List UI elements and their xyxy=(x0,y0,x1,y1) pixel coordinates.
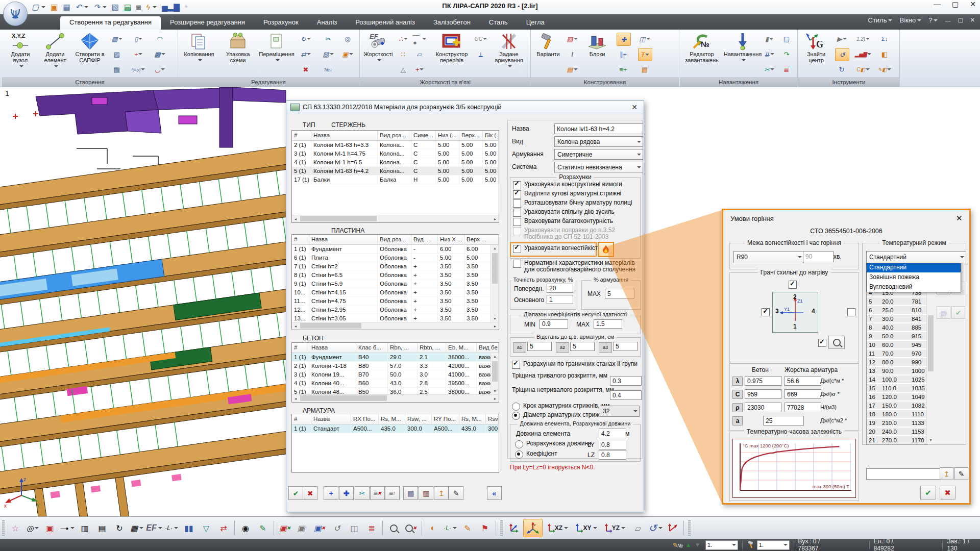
table-row[interactable]: 5 (1)Колони 48...B5036.02.538000...важки… xyxy=(292,388,499,395)
faces-zoom-button[interactable] xyxy=(828,336,845,349)
rebar-add-icon[interactable]: ≡+ xyxy=(617,63,630,76)
table-row[interactable]: 1 (1)СтандартA500...435.0300.0A500...435… xyxy=(292,424,499,433)
doc-restore-button[interactable]: ▢ xyxy=(958,17,963,23)
table-row[interactable]: 17 (1)БалкиБалкаН5.005.005.00 xyxy=(292,176,499,184)
checkbox-corner-bars[interactable]: Виділяти кутові арматурні стрижні xyxy=(513,190,621,198)
checkbox-limit-states[interactable]: Розрахунки по граничних станах II групи xyxy=(512,361,638,369)
plane-view-icon[interactable]: ▱ xyxy=(630,520,646,536)
radio-coefficient[interactable]: Коефіцієнт xyxy=(515,450,557,459)
horizontal-panels-icon[interactable]: ▤ xyxy=(94,520,110,536)
cursor-colorbar-icon[interactable]: ▶ xyxy=(835,33,848,45)
given-reinforcement-button[interactable]: Задане армування xyxy=(489,32,528,77)
checkbox-normative[interactable]: Нормативні характеристики матеріалів для… xyxy=(513,260,638,273)
max-percent-input[interactable]: 5 xyxy=(605,289,634,298)
window-menu-item[interactable]: Вікно xyxy=(899,16,921,24)
checkbox-side-reinforcement[interactable]: Розташовувати бічну арматуру полиці xyxy=(513,199,632,208)
plate-icon[interactable]: ▱ xyxy=(413,48,426,60)
checkbox-constructive[interactable]: Ураховувати конструктивні вимоги xyxy=(513,181,622,189)
table-row[interactable]: 15110.01035 xyxy=(867,384,927,393)
stiffness-filter-icon[interactable]: EF xyxy=(146,520,162,536)
truss-template-icon[interactable]: ▨ xyxy=(110,48,124,60)
rebar-rods-icon[interactable]: ∴ xyxy=(397,33,410,45)
vertical-panels-icon[interactable]: ▥ xyxy=(77,520,92,536)
help-menu[interactable]: ? xyxy=(928,16,938,24)
sum-loads-icon[interactable]: Σ↓ xyxy=(878,33,891,45)
ladder-loads-icon[interactable]: ≣ xyxy=(780,63,793,76)
table-row[interactable]: 8 (1)Стіни h=6.5Оболонка+3.503.50 xyxy=(292,271,499,280)
frame-3d-icon[interactable]: ◫ xyxy=(347,520,362,536)
table-row[interactable]: 18180.01110 xyxy=(867,410,927,419)
loads-copy-icon[interactable]: ▤ xyxy=(780,33,793,45)
temp-clear-button[interactable]: ▥ xyxy=(937,306,950,319)
rho-steel-input[interactable]: 77028 xyxy=(785,403,821,412)
close-button[interactable]: ✕ xyxy=(970,0,976,8)
stiffness-button[interactable]: EF Жорсткості xyxy=(362,32,395,77)
rotate-view-icon[interactable]: ↺ xyxy=(648,520,663,536)
add-element-button[interactable]: Додати елемент xyxy=(39,32,71,77)
tower-template-icon[interactable]: ▤ xyxy=(110,63,124,76)
cc-section-icon[interactable]: CC xyxy=(474,33,487,45)
table-row[interactable]: 20240.01153 xyxy=(867,428,927,436)
view-xyz-button[interactable]: z xyxy=(523,519,543,537)
tee-mark-icon[interactable]: Ŧ xyxy=(638,48,652,61)
isometric-view-button[interactable] xyxy=(506,520,521,536)
table-row[interactable]: #НазваВид роз...Вуд. ...Низ X ...Верх ..… xyxy=(292,235,499,245)
table-row[interactable]: 21270.01170 xyxy=(867,436,927,445)
extra-section-grip[interactable] xyxy=(688,520,691,536)
table-row[interactable]: 1390.01000 xyxy=(867,367,927,375)
stamp-icon[interactable]: ▣ xyxy=(341,48,354,60)
frame-template-icon[interactable]: ▦ xyxy=(110,33,124,45)
flashlight-icon[interactable]: ◐ xyxy=(425,520,440,536)
concrete-vscrollbar[interactable]: ▴▾ xyxy=(491,353,499,395)
move-load-icon[interactable]: ↷ xyxy=(780,48,793,60)
move-button[interactable]: Переміщення xyxy=(260,32,293,77)
spectrum-icon[interactable]: ▂▅▇ xyxy=(856,48,870,60)
crack-long-input[interactable]: 0.3 xyxy=(610,376,642,386)
bars-add-icon[interactable]: ∥+ xyxy=(617,48,630,60)
surface-fxy-icon[interactable]: f(x,y) xyxy=(132,63,145,76)
a2-input[interactable]: 5 xyxy=(570,342,595,351)
wall-add-icon[interactable]: ▤ xyxy=(638,63,651,76)
table-row[interactable]: 625.0810 xyxy=(867,306,927,315)
concrete-hscrollbar[interactable]: ◂▸ xyxy=(292,394,499,402)
mesh-icon[interactable]: ▩ xyxy=(153,48,166,60)
table-row[interactable]: 6 (1)ПлитаОболонка-5.005.00 xyxy=(292,254,499,262)
local-axes-icon[interactable] xyxy=(665,520,680,536)
apply-button[interactable]: ✔ xyxy=(288,486,303,500)
load-up-icon[interactable]: ▲ xyxy=(685,541,692,548)
rod-hscrollbar[interactable]: ◂▸ xyxy=(292,215,499,222)
view-yz-button[interactable]: YZ xyxy=(602,520,628,536)
materials-close-button[interactable]: ✕ xyxy=(629,103,640,111)
materials-dialog-titlebar[interactable]: СП 63.13330.2012/2018 Матеріали для розр… xyxy=(286,101,644,114)
c-quad-icon[interactable]: C◧ xyxy=(856,63,870,76)
renumber-icon[interactable]: №↓ xyxy=(322,63,335,76)
checkbox-fire-resistance[interactable]: Ураховувати вогнестійкість xyxy=(513,245,601,253)
tab-create-edit[interactable]: Створення та редагування xyxy=(60,16,161,30)
table-row[interactable]: 2 (1)Колони -1-18B8057.03.342000...важки… xyxy=(292,362,499,370)
block-links-icon[interactable]: ◫ xyxy=(638,33,651,45)
numbering-view-icon[interactable]: 1.2) xyxy=(856,33,870,45)
table-row[interactable]: 2 (1)Колони lvl1-63 h=3.3Колона...С5.005… xyxy=(292,141,499,149)
fire-time-input[interactable]: 90 xyxy=(803,251,834,262)
regime-combo[interactable]: Стандартний xyxy=(866,251,966,263)
zoom-in-icon[interactable] xyxy=(386,520,401,536)
tab-advanced-edit[interactable]: Розширене редагування xyxy=(161,16,254,30)
arc-template-icon[interactable]: ◡ xyxy=(153,63,166,76)
regime-dropdown-list[interactable]: СтандартнийЗовнішня пожежаВуглеводневий xyxy=(866,262,961,292)
link-nodes-icon[interactable]: —● xyxy=(60,520,75,536)
doc-close-button[interactable]: ✕ xyxy=(970,17,975,23)
dimension-icon[interactable]: ·L· xyxy=(443,520,458,536)
blocks-view-icon[interactable]: ▮▮ xyxy=(181,520,197,536)
table-row[interactable]: 1 (1)ФундаментОболонка-6.006.00 xyxy=(292,245,499,254)
kind-combo[interactable]: Колона рядова xyxy=(554,136,643,147)
section-constructor-button[interactable]: Конструктор перерізів xyxy=(430,32,473,77)
fire-ok-button[interactable]: ✔ xyxy=(920,486,936,499)
table-row[interactable]: 730.0841 xyxy=(867,315,927,323)
variant-combo[interactable]: 1. xyxy=(757,540,790,550)
plate-hscrollbar[interactable]: ◂▸ xyxy=(292,322,499,330)
grid-select-icon[interactable]: ▦ xyxy=(129,520,144,536)
rotate-selection-icon[interactable]: ↻ xyxy=(112,520,127,536)
table-row[interactable]: 10...Стіни h=4.15Оболонка+3.503.50 xyxy=(292,288,499,297)
table-row[interactable]: 5 (1)Колони lvl1-63 h=4.2Колона...С5.005… xyxy=(292,167,499,176)
cut-rows-button[interactable]: ✂ xyxy=(355,486,370,500)
